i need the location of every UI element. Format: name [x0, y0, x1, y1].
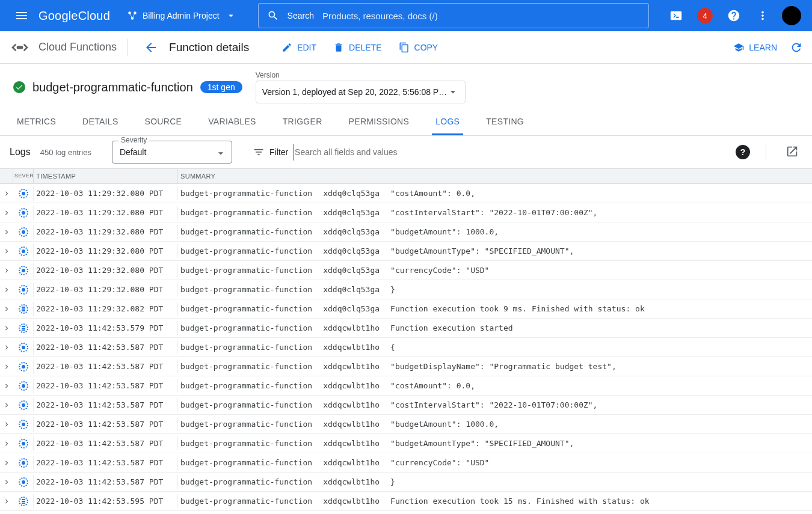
- expand-toggle[interactable]: [0, 456, 13, 470]
- more-vert-icon: [756, 9, 769, 22]
- tab-permissions[interactable]: PERMISSIONS: [345, 109, 413, 135]
- version-selector[interactable]: Version 1, deployed at Sep 20, 2022, 5:5…: [256, 81, 466, 103]
- tab-source[interactable]: SOURCE: [141, 109, 186, 135]
- log-table-header: SEVERITY TIMESTAMP SUMMARY: [0, 169, 812, 184]
- tab-variables[interactable]: VARIABLES: [205, 109, 259, 135]
- chevron-right-icon: [2, 478, 11, 486]
- summary-function: budget-programmatic-function: [180, 400, 312, 409]
- summary-cell: budget-programmatic-functionxddq0clq53ga…: [178, 186, 812, 200]
- summary-execution-id: xddq0clq53ga: [323, 304, 380, 313]
- summary-cell: budget-programmatic-functionxddq0clq53ga…: [178, 283, 812, 296]
- tab-testing[interactable]: TESTING: [482, 109, 527, 135]
- menu-icon: [14, 8, 29, 23]
- severity-icon: [19, 189, 28, 198]
- expand-toggle[interactable]: [0, 399, 13, 412]
- summary-function: budget-programmatic-function: [180, 323, 312, 332]
- severity-cell: [13, 225, 34, 239]
- log-row[interactable]: 2022-10-03 11:42:53.579 PDTbudget-progra…: [0, 319, 812, 338]
- summary-execution-id: xddqcwlbt1ho: [323, 362, 380, 371]
- more-options-button[interactable]: [749, 2, 776, 29]
- expand-toggle[interactable]: [0, 283, 13, 296]
- logs-help-button[interactable]: ?: [736, 145, 750, 159]
- log-row[interactable]: 2022-10-03 11:29:32.080 PDTbudget-progra…: [0, 184, 812, 203]
- learn-button[interactable]: LEARN: [727, 37, 783, 58]
- summary-message: "budgetAmount": 1000.0,: [390, 227, 810, 236]
- copy-button[interactable]: COPY: [393, 37, 444, 58]
- refresh-button[interactable]: [783, 34, 810, 61]
- search-box[interactable]: Search: [258, 3, 649, 28]
- google-cloud-logo[interactable]: Google Cloud: [38, 9, 110, 23]
- expand-toggle[interactable]: [0, 476, 13, 489]
- help-icon: [727, 9, 740, 22]
- tab-trigger[interactable]: TRIGGER: [279, 109, 326, 135]
- log-row[interactable]: 2022-10-03 11:42:53.587 PDTbudget-progra…: [0, 415, 812, 434]
- log-row[interactable]: 2022-10-03 11:29:32.080 PDTbudget-progra…: [0, 242, 812, 261]
- expand-toggle[interactable]: [0, 302, 13, 316]
- log-row[interactable]: 2022-10-03 11:42:53.587 PDTbudget-progra…: [0, 357, 812, 376]
- summary-message: "currencyCode": "USD": [390, 266, 810, 275]
- summary-message: "costAmount": 0.0,: [390, 189, 810, 198]
- help-button[interactable]: [721, 2, 747, 29]
- delete-button[interactable]: DELETE: [327, 37, 387, 58]
- expand-toggle[interactable]: [0, 437, 13, 450]
- severity-cell: [13, 340, 34, 355]
- summary-cell: budget-programmatic-functionxddq0clq53ga…: [178, 206, 812, 219]
- severity-cell: [13, 398, 34, 412]
- project-selector[interactable]: Billing Admin Project: [121, 7, 247, 25]
- expand-toggle[interactable]: [0, 245, 13, 258]
- log-row[interactable]: 2022-10-03 11:42:53.587 PDTbudget-progra…: [0, 473, 812, 492]
- expand-toggle[interactable]: [0, 264, 13, 277]
- summary-cell: budget-programmatic-functionxddqcwlbt1ho…: [178, 456, 812, 470]
- edit-button[interactable]: EDIT: [275, 37, 322, 58]
- expand-toggle[interactable]: [0, 495, 13, 508]
- log-row[interactable]: 2022-10-03 11:29:32.080 PDTbudget-progra…: [0, 222, 812, 242]
- tab-logs[interactable]: LOGS: [432, 109, 463, 135]
- log-row[interactable]: 2022-10-03 11:29:32.080 PDTbudget-progra…: [0, 203, 812, 222]
- summary-function: budget-programmatic-function: [180, 420, 312, 429]
- expand-toggle[interactable]: [0, 379, 13, 393]
- cloud-shell-button[interactable]: [663, 2, 689, 29]
- open-external-icon: [786, 145, 799, 158]
- expand-toggle[interactable]: [0, 341, 13, 354]
- summary-execution-id: xddq0clq53ga: [323, 208, 380, 217]
- tab-details[interactable]: DETAILS: [79, 109, 121, 135]
- expand-toggle[interactable]: [0, 225, 13, 239]
- log-row[interactable]: 2022-10-03 11:29:32.080 PDTbudget-progra…: [0, 261, 812, 280]
- logs-body[interactable]: 2022-10-03 11:29:32.080 PDTbudget-progra…: [0, 184, 812, 514]
- log-row[interactable]: 2022-10-03 11:42:53.587 PDTbudget-progra…: [0, 434, 812, 453]
- account-button[interactable]: [778, 2, 805, 29]
- back-button[interactable]: [139, 35, 163, 60]
- severity-icon: [19, 285, 28, 295]
- filter-input[interactable]: [293, 144, 509, 161]
- summary-execution-id: xddqcwlbt1ho: [323, 381, 380, 390]
- log-row[interactable]: 2022-10-03 11:42:53.587 PDTbudget-progra…: [0, 453, 812, 473]
- summary-function: budget-programmatic-function: [180, 266, 312, 275]
- summary-message: "costIntervalStart": "2022-10-01T07:00:0…: [390, 208, 810, 217]
- filter-label: Filter: [269, 147, 288, 157]
- chevron-right-icon: [2, 209, 11, 217]
- search-input[interactable]: [322, 11, 640, 21]
- summary-function: budget-programmatic-function: [180, 477, 312, 486]
- dropdown-icon: [447, 86, 459, 98]
- expand-toggle[interactable]: [0, 187, 13, 200]
- open-in-logs-explorer-button[interactable]: [782, 141, 802, 164]
- expand-toggle[interactable]: [0, 206, 13, 219]
- timestamp-cell: 2022-10-03 11:42:53.587 PDT: [34, 475, 178, 489]
- log-row[interactable]: 2022-10-03 11:42:53.587 PDTbudget-progra…: [0, 376, 812, 396]
- log-row[interactable]: 2022-10-03 11:42:53.587 PDTbudget-progra…: [0, 338, 812, 357]
- tab-metrics[interactable]: METRICS: [13, 109, 60, 135]
- log-row[interactable]: 2022-10-03 11:29:32.080 PDTbudget-progra…: [0, 280, 812, 299]
- summary-cell: budget-programmatic-functionxddqcwlbt1ho…: [178, 417, 812, 431]
- log-row[interactable]: 2022-10-03 11:29:32.082 PDTbudget-progra…: [0, 299, 812, 319]
- chevron-right-icon: [2, 439, 11, 448]
- notifications-button[interactable]: 4: [692, 2, 718, 29]
- search-icon: [267, 10, 279, 22]
- chevron-right-icon: [2, 286, 11, 294]
- log-row[interactable]: 2022-10-03 11:42:53.595 PDTbudget-progra…: [0, 492, 812, 511]
- expand-toggle[interactable]: [0, 322, 13, 335]
- expand-toggle[interactable]: [0, 360, 13, 373]
- expand-toggle[interactable]: [0, 418, 13, 431]
- log-row[interactable]: 2022-10-03 11:42:53.587 PDTbudget-progra…: [0, 396, 812, 415]
- severity-selector[interactable]: Severity Default: [112, 141, 232, 164]
- hamburger-menu-button[interactable]: [7, 1, 36, 30]
